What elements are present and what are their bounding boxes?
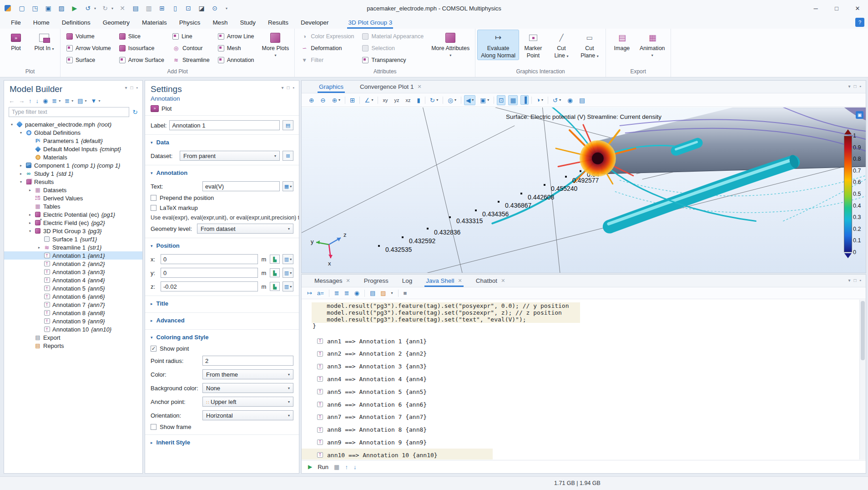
close-button[interactable]: ✕ <box>847 0 868 16</box>
tree-item-materials[interactable]: Materials <box>4 153 142 161</box>
maximize-button[interactable]: □ <box>826 0 847 16</box>
range-icon[interactable]: ▙ <box>270 255 280 264</box>
tree-item-annotation-1[interactable]: TAnnotation 1{ann1} <box>4 251 142 260</box>
x-menu-icon[interactable]: ▥▾ <box>283 254 293 264</box>
menu-materials[interactable]: Materials <box>142 19 167 26</box>
add-arrow-volume-button[interactable]: Arrow Volume <box>66 43 111 53</box>
menu-geometry[interactable]: Geometry <box>103 19 130 26</box>
label-input[interactable] <box>169 120 280 130</box>
section-inherit-style[interactable]: ▸Inherit Style <box>145 434 299 449</box>
redo-dropdown-icon[interactable]: ▾ <box>111 6 113 10</box>
word-wrap-icon[interactable]: ▤ <box>370 290 375 296</box>
open-file-icon[interactable]: ◳ <box>31 5 39 12</box>
history-up-icon[interactable]: ↑ <box>345 464 348 470</box>
tree-item-root[interactable]: ▾pacemaker_electrode.mph(root) <box>4 120 142 128</box>
tree-item-annotation-8[interactable]: TAnnotation 8{ann8} <box>4 309 142 317</box>
tab-java-shell[interactable]: Java Shell✕ <box>426 275 462 287</box>
add-streamline-button[interactable]: ≋Streamline <box>172 55 210 65</box>
update-plot-icon[interactable]: ↺▾ <box>551 95 563 105</box>
range-icon[interactable]: ▙ <box>270 268 280 277</box>
add-dataset-icon[interactable]: ⊞ <box>283 151 293 161</box>
geometry-level-select[interactable]: From dataset▾ <box>197 224 293 234</box>
range-icon[interactable]: ▙ <box>270 282 280 291</box>
tree-item-default-model-inputs[interactable]: Default Model Inputs{cminpt} <box>4 145 142 153</box>
run-icon[interactable]: ▶ <box>308 464 312 470</box>
tree-filter-input[interactable] <box>9 107 129 117</box>
show-values-icon[interactable]: a= <box>317 290 324 296</box>
clear-dropdown-icon[interactable]: ▾ <box>391 291 393 295</box>
collapse-all-icon[interactable]: ≣ <box>52 97 57 104</box>
y-menu-icon[interactable]: ▥▾ <box>283 268 293 278</box>
grid-icon[interactable]: ▦ <box>508 95 518 105</box>
export-animation-button[interactable]: ▦ Animation ▾ <box>636 30 669 60</box>
panel-menu-icon[interactable]: ▾ <box>848 278 850 283</box>
view-xy-icon[interactable]: xy <box>381 96 389 104</box>
section-position[interactable]: ▾Position <box>145 238 299 252</box>
color-expression-button[interactable]: ◑Color Expression <box>301 31 354 41</box>
move-up-icon[interactable]: ↑ <box>29 97 32 104</box>
z-menu-icon[interactable]: ▥▾ <box>283 281 293 291</box>
rename-icon[interactable]: ▤ <box>283 120 293 130</box>
plot-button[interactable]: » Plot <box>2 30 30 53</box>
expand-dropdown-icon[interactable]: ▾ <box>71 99 73 103</box>
copy-icon[interactable]: ▤ <box>131 5 140 12</box>
run-icon[interactable]: ▶ <box>71 5 79 12</box>
tree-item-annotation-10[interactable]: TAnnotation 10{ann10} <box>4 325 142 333</box>
add-annotation-button[interactable]: Annotation <box>218 55 254 65</box>
colorbar-toggle-icon[interactable]: ▐ <box>520 95 529 105</box>
shell-output[interactable]: model.result("pg3").feature(tag).set("po… <box>302 300 859 459</box>
close-tab-icon[interactable]: ✕ <box>501 278 505 284</box>
more-attributes-button[interactable]: More Attributes▾ <box>428 30 473 60</box>
move-down-icon[interactable]: ↓ <box>36 97 39 104</box>
tree-item-electric-field[interactable]: ▸Electric Field (ec){pg2} <box>4 219 142 227</box>
select-box-icon[interactable]: ⊡ <box>184 5 192 12</box>
close-tab-icon[interactable]: ✕ <box>458 278 462 284</box>
show-frame-checkbox[interactable]: Show frame <box>145 422 299 432</box>
shell-scrollbar[interactable] <box>859 300 866 459</box>
tree-item-annotation-6[interactable]: TAnnotation 6{ann6} <box>4 292 142 301</box>
color-theme-icon[interactable]: ◑▾ <box>535 95 545 105</box>
history-down-icon[interactable]: ↓ <box>353 464 357 470</box>
orientation-select[interactable]: Horizontal▾ <box>202 410 293 420</box>
zoom-extents-icon[interactable]: ⊞ <box>348 95 357 105</box>
tree-item-export[interactable]: ▤Export <box>4 333 142 342</box>
tree-item-annotation-3[interactable]: TAnnotation 3{ann3} <box>4 268 142 276</box>
add-isosurface-button[interactable]: Isosurface <box>119 43 164 53</box>
view-yz-icon[interactable]: yz <box>392 96 401 104</box>
menu-home[interactable]: Home <box>33 19 50 26</box>
panel-menu-icon[interactable]: ▾ <box>848 84 850 89</box>
paste-icon[interactable]: ▥ <box>145 5 153 12</box>
tree-item-study-1[interactable]: ▸∞Study 1{std 1} <box>4 169 142 178</box>
print-icon[interactable]: ▤ <box>577 95 587 105</box>
panel-float-icon[interactable]: □ <box>287 85 289 90</box>
menu-physics[interactable]: Physics <box>179 19 201 26</box>
forward-icon[interactable]: → <box>19 97 25 104</box>
menu-definitions[interactable]: Definitions <box>62 19 91 26</box>
add-mesh-button[interactable]: Mesh <box>218 43 254 53</box>
plot-3d-viewport[interactable]: 0.64 Surface: Electric potential (V) Str… <box>302 107 866 273</box>
refresh-icon[interactable]: ↻ <box>132 108 138 116</box>
add-line-button[interactable]: Line <box>172 31 210 41</box>
undo-icon[interactable]: ↺ <box>84 5 92 12</box>
point-radius-input[interactable] <box>202 356 293 366</box>
stop-icon[interactable]: ■ <box>404 290 407 296</box>
help-icon[interactable]: ? <box>855 18 864 27</box>
close-tab-icon[interactable]: ✕ <box>418 84 422 90</box>
more-plots-button[interactable]: More Plots▾ <box>258 30 293 60</box>
highlight-icon[interactable]: ◪ <box>197 5 206 12</box>
zoom-box-icon[interactable]: ⊕▾ <box>330 95 342 105</box>
section-advanced[interactable]: ▸Advanced <box>145 312 299 327</box>
section-annotation[interactable]: ▾Annotation <box>145 165 299 179</box>
scene-light-icon[interactable]: ◎▾ <box>446 95 458 105</box>
menu-results[interactable]: Results <box>268 19 288 26</box>
y-input[interactable] <box>161 268 258 278</box>
plot-in-button[interactable]: Plot In ▾ <box>30 30 58 54</box>
menu-file[interactable]: File <box>11 19 21 26</box>
z-input[interactable] <box>161 281 258 291</box>
panel-pin-icon[interactable]: ▪ <box>293 85 294 90</box>
cut-plane-button[interactable]: ▭ Cut Plane ▾ <box>575 30 604 61</box>
tree-item-electric-potential[interactable]: ▸Electric Potential (ec){pg1} <box>4 210 142 219</box>
selection-button[interactable]: Selection <box>362 43 424 53</box>
deformation-button[interactable]: ∽Deformation <box>301 43 354 53</box>
x-input[interactable] <box>161 254 258 264</box>
